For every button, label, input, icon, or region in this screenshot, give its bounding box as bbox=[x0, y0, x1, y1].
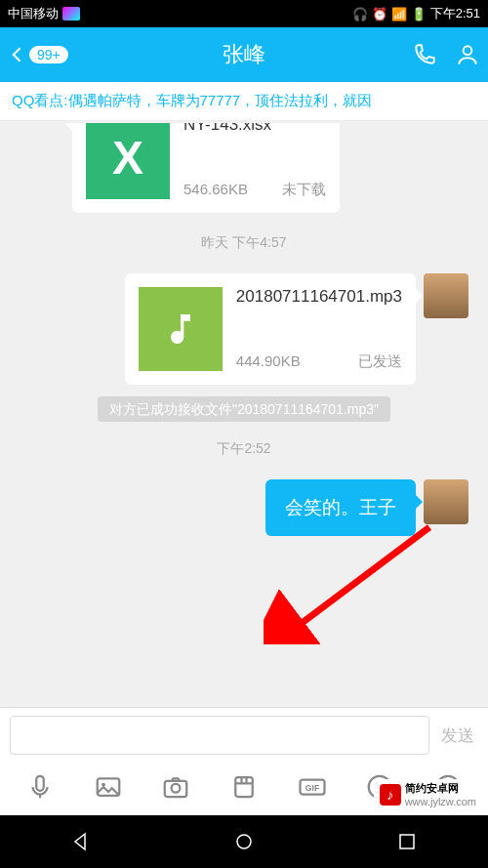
gif-icon[interactable]: GIF bbox=[298, 772, 327, 802]
music-icon bbox=[139, 287, 223, 371]
carrier-logo bbox=[62, 7, 80, 21]
send-button[interactable]: 发送 bbox=[437, 724, 478, 747]
svg-point-0 bbox=[464, 46, 472, 55]
headphone-icon: 🎧 bbox=[352, 7, 368, 21]
file-name: NY-143.xlsx bbox=[183, 123, 326, 135]
svg-rect-15 bbox=[400, 835, 414, 848]
signal-icon: 📶 bbox=[391, 7, 407, 21]
svg-rect-7 bbox=[235, 777, 253, 797]
avatar[interactable] bbox=[424, 273, 468, 318]
chat-title: 张峰 bbox=[223, 40, 265, 69]
nav-home[interactable] bbox=[232, 830, 256, 853]
nav-recent[interactable] bbox=[395, 830, 419, 853]
file-message[interactable]: X NY-143.xlsx 546.66KB 未下载 bbox=[0, 123, 488, 221]
alarm-icon: ⏰ bbox=[372, 7, 387, 21]
svg-text:GIF: GIF bbox=[305, 783, 319, 793]
file-message[interactable]: 20180711164701.mp3 444.90KB 已发送 bbox=[0, 266, 488, 393]
redpacket-icon[interactable] bbox=[229, 772, 259, 802]
watermark-icon: ♪ bbox=[380, 784, 401, 806]
svg-point-6 bbox=[172, 784, 181, 793]
message-input[interactable] bbox=[10, 716, 429, 755]
text-message[interactable]: 会笑的。王子 bbox=[0, 472, 488, 544]
nav-back[interactable] bbox=[69, 830, 93, 853]
message-text: 会笑的。王子 bbox=[265, 479, 416, 536]
system-message: 对方已成功接收文件"20180711164701.mp3" bbox=[0, 393, 488, 427]
news-banner[interactable]: QQ看点:偶遇帕萨特，车牌为77777，顶住法拉利，就因 bbox=[0, 82, 488, 121]
chat-area: X NY-143.xlsx 546.66KB 未下载 昨天 下午4:57 20 bbox=[0, 123, 488, 751]
voice-icon[interactable] bbox=[25, 772, 55, 802]
back-button[interactable]: 99+ bbox=[8, 45, 68, 64]
watermark: ♪ 简约安卓网 www.jylzw.com bbox=[374, 779, 482, 809]
carrier: 中国移动 bbox=[8, 5, 59, 22]
file-size: 444.90KB bbox=[236, 352, 301, 371]
svg-point-14 bbox=[237, 835, 251, 848]
excel-icon: X bbox=[86, 123, 170, 199]
profile-button[interactable] bbox=[455, 42, 480, 67]
file-size: 546.66KB bbox=[183, 181, 248, 199]
image-icon[interactable] bbox=[94, 772, 123, 802]
call-button[interactable] bbox=[412, 42, 437, 67]
status-bar: 中国移动 🎧 ⏰ 📶 🔋 下午2:51 bbox=[0, 0, 488, 27]
battery-icon: 🔋 bbox=[411, 7, 427, 21]
file-name: 20180711164701.mp3 bbox=[236, 287, 402, 307]
android-navbar bbox=[0, 815, 488, 868]
file-status: 未下载 bbox=[282, 181, 326, 199]
chat-header: 99+ 张峰 bbox=[0, 27, 488, 82]
chevron-left-icon bbox=[8, 45, 27, 64]
timestamp: 下午2:52 bbox=[0, 427, 488, 472]
svg-rect-2 bbox=[36, 776, 44, 791]
avatar[interactable] bbox=[424, 479, 468, 524]
timestamp: 昨天 下午4:57 bbox=[0, 221, 488, 266]
file-status: 已发送 bbox=[358, 352, 402, 371]
unread-badge: 99+ bbox=[29, 46, 68, 63]
camera-icon[interactable] bbox=[161, 772, 190, 802]
status-time: 下午2:51 bbox=[430, 5, 480, 22]
